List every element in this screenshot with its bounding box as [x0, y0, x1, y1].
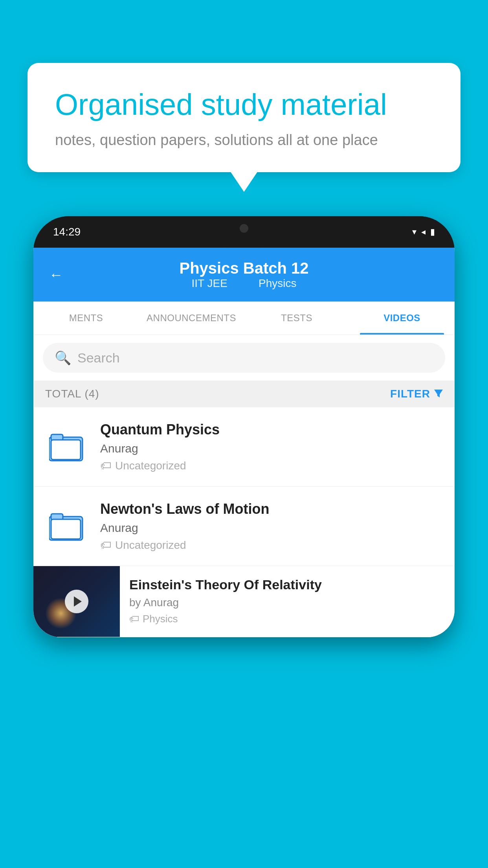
svg-rect-8 — [51, 519, 81, 539]
phone-screen: ← Physics Batch 12 IIT JEE Physics MENTS — [33, 248, 455, 637]
svg-marker-0 — [434, 390, 443, 397]
speech-bubble-heading: Organised study material — [55, 86, 433, 122]
play-button[interactable] — [65, 590, 88, 613]
folder-icon — [49, 431, 84, 463]
camera-dot — [240, 224, 248, 233]
list-item[interactable]: Newton's Laws of Motion Anurag 🏷 Uncateg… — [33, 487, 455, 566]
video-title-2: Newton's Laws of Motion — [100, 501, 443, 517]
search-bar[interactable]: 🔍 Search — [43, 343, 445, 373]
folder-thumbnail-1 — [45, 429, 88, 465]
phone-container: 14:29 ▾ ◂ ▮ ← Physics Batch 12 IIT JEE — [33, 216, 455, 868]
video-title-1: Quantum Physics — [100, 421, 443, 438]
app-header: ← Physics Batch 12 IIT JEE Physics — [33, 248, 455, 302]
signal-icon: ◂ — [421, 227, 426, 237]
back-button[interactable]: ← — [49, 267, 63, 283]
tag-icon-2: 🏷 — [100, 539, 111, 552]
play-triangle-icon — [74, 596, 82, 607]
filter-button[interactable]: FILTER — [390, 388, 443, 400]
subtitle-physics: Physics — [259, 277, 296, 289]
filter-bar: TOTAL (4) FILTER — [33, 381, 455, 407]
tag-icon-1: 🏷 — [100, 459, 111, 472]
tab-tests[interactable]: TESTS — [244, 302, 349, 335]
status-icons: ▾ ◂ ▮ — [412, 227, 435, 237]
wifi-icon: ▾ — [412, 227, 416, 237]
phone-mockup: 14:29 ▾ ◂ ▮ ← Physics Batch 12 IIT JEE — [33, 216, 455, 637]
video-title-3: Einstein's Theory Of Relativity — [129, 577, 445, 592]
filter-label: FILTER — [390, 388, 430, 400]
search-bar-container: 🔍 Search — [33, 335, 455, 381]
speech-bubble-subtext: notes, question papers, solutions all at… — [55, 132, 433, 149]
search-icon: 🔍 — [55, 350, 71, 366]
total-count: TOTAL (4) — [45, 388, 99, 400]
header-title-group: Physics Batch 12 IIT JEE Physics — [179, 259, 308, 290]
header-subtitle: IIT JEE Physics — [179, 277, 308, 290]
tag-icon-3: 🏷 — [129, 613, 139, 625]
einstein-thumbnail — [33, 566, 120, 637]
status-bar: 14:29 ▾ ◂ ▮ — [33, 216, 455, 248]
battery-icon: ▮ — [430, 227, 435, 237]
folder-icon — [49, 511, 84, 542]
status-time: 14:29 — [53, 226, 81, 238]
video-author-2: Anurag — [100, 521, 443, 535]
tab-bar: MENTS ANNOUNCEMENTS TESTS VIDEOS — [33, 302, 455, 335]
svg-rect-4 — [51, 440, 81, 460]
speech-bubble: Organised study material notes, question… — [28, 63, 460, 172]
video-tag-2: 🏷 Uncategorized — [100, 539, 443, 552]
app-header-nav: ← Physics Batch 12 IIT JEE Physics — [49, 259, 439, 290]
video-info-3: Einstein's Theory Of Relativity by Anura… — [120, 566, 455, 636]
tab-ments[interactable]: MENTS — [33, 302, 139, 335]
tab-announcements[interactable]: ANNOUNCEMENTS — [139, 302, 244, 335]
video-tag-3: 🏷 Physics — [129, 613, 445, 625]
video-author-1: Anurag — [100, 442, 443, 455]
video-tag-1: 🏷 Uncategorized — [100, 459, 443, 472]
subtitle-iit: IIT JEE — [192, 277, 227, 289]
search-input[interactable]: Search — [77, 350, 120, 366]
speech-bubble-container: Organised study material notes, question… — [28, 63, 460, 172]
video-info-2: Newton's Laws of Motion Anurag 🏷 Uncateg… — [100, 501, 443, 552]
list-item[interactable]: Quantum Physics Anurag 🏷 Uncategorized — [33, 407, 455, 487]
video-info-1: Quantum Physics Anurag 🏷 Uncategorized — [100, 421, 443, 472]
tab-videos[interactable]: VIDEOS — [349, 302, 455, 335]
subtitle-separator — [240, 277, 246, 289]
list-item[interactable]: Einstein's Theory Of Relativity by Anura… — [33, 566, 455, 637]
video-list: Quantum Physics Anurag 🏷 Uncategorized — [33, 407, 455, 637]
folder-thumbnail-2 — [45, 509, 88, 544]
filter-funnel-icon — [434, 388, 443, 400]
header-title: Physics Batch 12 — [179, 259, 308, 277]
video-author-3: by Anurag — [129, 596, 445, 609]
